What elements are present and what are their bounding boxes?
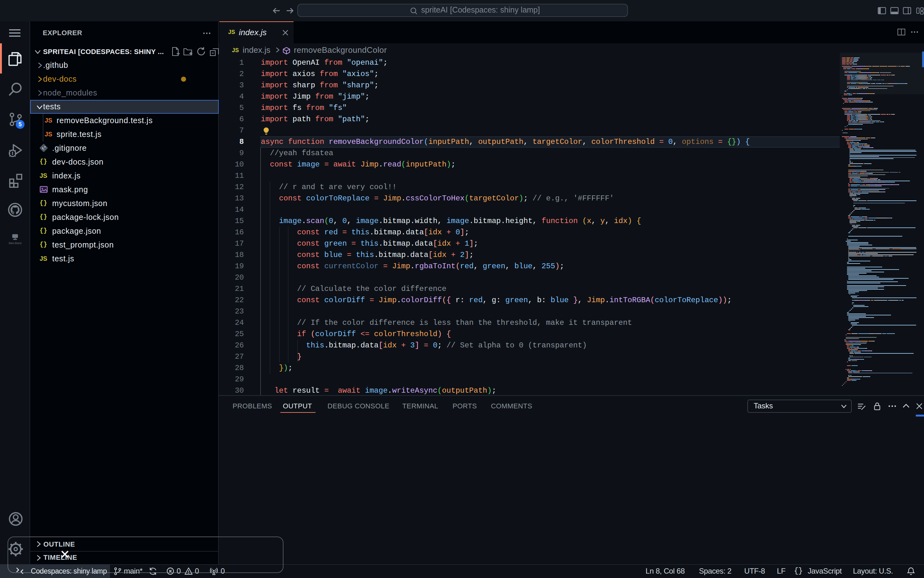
svg-text:Dev-Docs: Dev-Docs xyxy=(9,242,22,245)
